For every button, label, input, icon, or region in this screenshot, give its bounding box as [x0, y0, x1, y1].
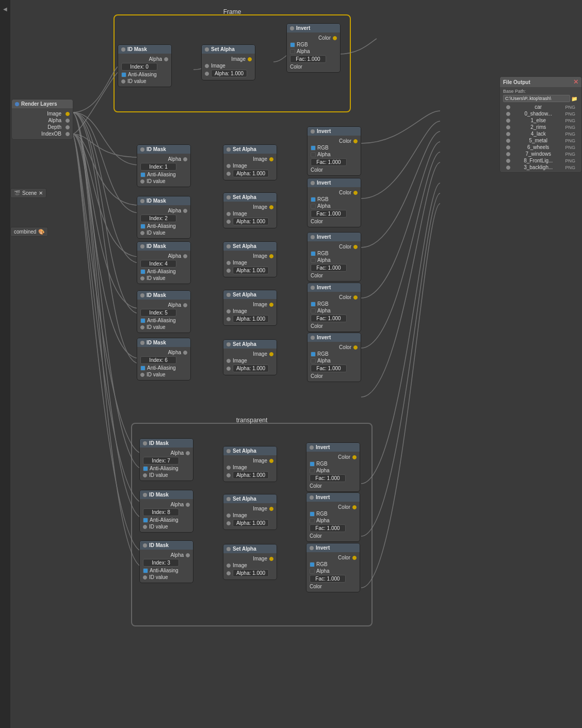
scene-selector[interactable]: 🎬 Scene ✕ — [10, 188, 46, 198]
invert-top-alpha-row: Alpha — [290, 48, 337, 55]
invert-6-header: Invert — [308, 333, 361, 342]
invert-4-fac-input[interactable]: Fac: 1.000 — [311, 264, 347, 272]
combined-selector[interactable]: combined 🎨 — [10, 227, 48, 237]
invert-1-fac-input[interactable]: Fac: 1.000 — [311, 158, 347, 166]
invert-6-fac-input[interactable]: Fac: 1.000 — [311, 365, 347, 372]
id-mask-5-aa-checkbox[interactable] — [140, 318, 146, 323]
invert-1-alpha-checkbox[interactable] — [311, 152, 316, 157]
invert-2-color-in-row: Color — [311, 218, 358, 225]
file-output-close[interactable]: ✕ — [573, 78, 578, 86]
folder-icon[interactable]: 📁 — [571, 96, 577, 102]
id-mask-2-aa-checkbox[interactable] — [140, 224, 146, 229]
set-alpha-8: Set Alpha Image Image Alpha: 1.000 — [223, 494, 277, 530]
invert-5-fac-input[interactable]: Fac: 1.000 — [311, 315, 347, 322]
invert-5-alpha-row: Alpha — [311, 307, 358, 314]
set-alpha-2-image-in-row: Image — [227, 210, 273, 217]
invert-3-fac-input[interactable]: Fac: 1.000 — [310, 575, 346, 583]
invert-7-fac-input[interactable]: Fac: 1.000 — [310, 474, 346, 482]
set-alpha-4-image-in-label: Image — [233, 260, 247, 266]
invert-8-color-label: Color — [338, 504, 350, 510]
set-alpha-5-image-label: Image — [253, 302, 267, 307]
invert-7-rgb-checkbox[interactable] — [310, 461, 315, 467]
invert-top-alpha-checkbox[interactable] — [290, 49, 295, 54]
invert-4-rgb-checkbox[interactable] — [311, 251, 316, 256]
id-mask-top-title: ID Mask — [127, 46, 147, 52]
invert-2-color-socket — [353, 191, 358, 195]
invert-3-color-in-label: Color — [310, 584, 322, 589]
set-alpha-top-alpha-input[interactable]: Alpha: 1.000 — [211, 70, 247, 77]
set-alpha-5-image-in-label: Image — [233, 308, 247, 314]
id-mask-7-index-input[interactable]: Index: 7 — [143, 457, 179, 465]
invert-5-alpha-checkbox[interactable] — [311, 308, 316, 313]
render-layers-panel: Render Layers Image Alpha Depth IndexOB — [11, 99, 73, 140]
id-mask-5-index-input[interactable]: Index: 5 — [140, 309, 176, 317]
invert-top-rgb-checkbox[interactable] — [290, 42, 295, 47]
fo-car-row: car PNG — [503, 104, 578, 110]
set-alpha-7-alpha-input[interactable]: Alpha: 1.000 — [233, 471, 269, 479]
id-mask-6-aa-checkbox[interactable] — [140, 366, 146, 371]
invert-2-rgb-checkbox[interactable] — [311, 197, 316, 202]
base-path-input[interactable] — [503, 95, 570, 102]
id-mask-4-aa-checkbox[interactable] — [140, 269, 146, 274]
invert-8-alpha-checkbox[interactable] — [310, 518, 315, 523]
set-alpha-6-image-in-label: Image — [233, 358, 247, 363]
invert-2-fac-input[interactable]: Fac: 1.000 — [311, 210, 347, 218]
id-mask-4-index-input[interactable]: Index: 4 — [140, 260, 176, 268]
id-mask-8-index-input[interactable]: Index: 8 — [143, 508, 179, 516]
set-alpha-5-body: Image Image Alpha: 1.000 — [223, 299, 277, 325]
fo-shadow-row: 0_shadow... PNG — [503, 110, 578, 117]
set-alpha-8-alpha-input[interactable]: Alpha: 1.000 — [233, 519, 269, 527]
invert-7-alpha-checkbox[interactable] — [310, 468, 315, 473]
invert-6-alpha-checkbox[interactable] — [311, 358, 316, 363]
id-mask-3: ID Mask Alpha Index: 3 Anti-Aliasing ID … — [139, 540, 193, 583]
invert-8-rgb-checkbox[interactable] — [310, 511, 315, 517]
id-mask-top-aa-checkbox[interactable] — [121, 72, 126, 77]
id-mask-3-index-input[interactable]: Index: 3 — [143, 559, 179, 567]
base-path-label: Base Path: — [503, 89, 578, 94]
invert-8-alpha-label: Alpha — [316, 518, 330, 523]
set-alpha-top-image-in-label: Image — [211, 63, 225, 69]
id-mask-1-index-input[interactable]: Index: 1 — [140, 163, 176, 171]
set-alpha-8-image-socket-out — [269, 507, 273, 511]
set-alpha-5-alpha-input[interactable]: Alpha: 1.000 — [233, 315, 269, 323]
set-alpha-2-alpha-input[interactable]: Alpha: 1.000 — [233, 218, 269, 225]
set-alpha-1-title: Set Alpha — [233, 146, 256, 152]
id-mask-7-aa-checkbox[interactable] — [143, 466, 148, 471]
fo-windows-name: 7_windows — [526, 151, 551, 157]
invert-2-alpha-checkbox[interactable] — [311, 204, 316, 209]
sidebar-arrow[interactable]: ◀ — [3, 6, 7, 12]
invert-top-fac-input[interactable]: Fac: 1.000 — [290, 55, 326, 63]
set-alpha-3-alpha-input[interactable]: Alpha: 1.000 — [233, 569, 269, 577]
set-alpha-1-header: Set Alpha — [223, 145, 277, 154]
scene-close[interactable]: ✕ — [39, 190, 43, 196]
id-mask-6-aa-row: Anti-Aliasing — [140, 365, 187, 371]
set-alpha-1-image-socket-in — [227, 164, 231, 168]
invert-8-fac-input[interactable]: Fac: 1.000 — [310, 524, 346, 532]
set-alpha-6-alpha-input[interactable]: Alpha: 1.000 — [233, 365, 269, 372]
set-alpha-7-header: Set Alpha — [223, 446, 277, 455]
invert-4: Invert Color RGB Alpha Fac: 1.000 Color — [307, 232, 361, 282]
invert-3-rgb-checkbox[interactable] — [310, 562, 315, 567]
id-mask-6-index-input[interactable]: Index: 6 — [140, 356, 176, 364]
id-mask-8-aa-checkbox[interactable] — [143, 518, 148, 523]
set-alpha-1-alpha-input[interactable]: Alpha: 1.000 — [233, 170, 269, 177]
id-mask-2-body: Alpha Index: 2 Anti-Aliasing ID value — [137, 205, 190, 238]
set-alpha-8-image-row: Image — [227, 505, 273, 512]
id-mask-top-index-input[interactable]: Index: 0 — [121, 63, 157, 71]
invert-4-alpha-checkbox[interactable] — [311, 258, 316, 263]
invert-3-alpha-checkbox[interactable] — [310, 569, 315, 574]
invert-1-rgb-checkbox[interactable] — [311, 145, 316, 151]
id-mask-2-alpha-row: Alpha — [140, 207, 187, 214]
rl-alpha-label: Alpha — [48, 118, 61, 123]
invert-6-rgb-checkbox[interactable] — [311, 352, 316, 357]
set-alpha-4-alpha-row: Alpha: 1.000 — [227, 266, 273, 275]
set-alpha-3-image-in-label: Image — [233, 562, 247, 568]
invert-top-header: Invert — [287, 24, 340, 32]
id-mask-3-aa-checkbox[interactable] — [143, 568, 148, 573]
id-mask-4-title: ID Mask — [147, 243, 166, 249]
render-layers-header: Render Layers — [12, 100, 73, 108]
id-mask-1-aa-checkbox[interactable] — [140, 172, 146, 177]
invert-5-rgb-checkbox[interactable] — [311, 302, 316, 307]
id-mask-2-index-input[interactable]: Index: 2 — [140, 214, 176, 222]
set-alpha-4-alpha-input[interactable]: Alpha: 1.000 — [233, 267, 269, 274]
